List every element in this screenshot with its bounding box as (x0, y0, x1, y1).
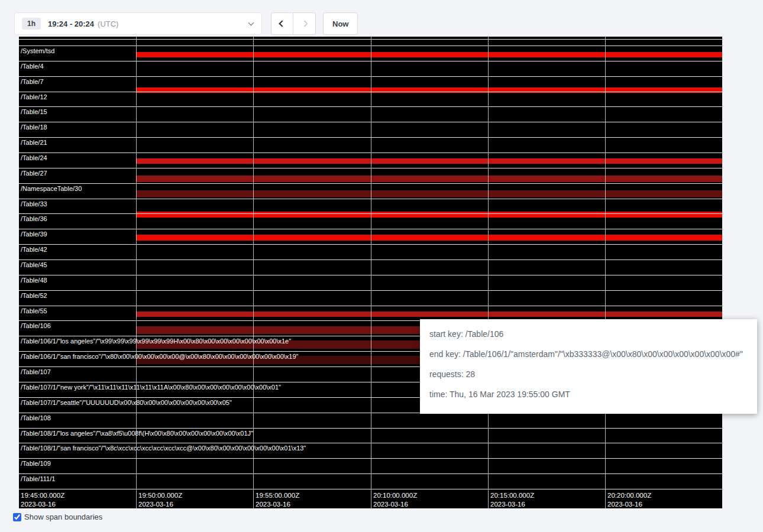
chevron-right-icon (301, 20, 308, 27)
axis-date: 2023-03-16 (373, 500, 417, 508)
span-label: /Table/52 (21, 292, 47, 299)
span-boundary-line (19, 275, 722, 275)
span-boundary-line (19, 106, 722, 107)
span-boundary-line (19, 306, 722, 306)
time-gridline (136, 37, 137, 508)
span-boundary-line (19, 46, 722, 46)
time-axis-label: 20:10:00.000Z2023-03-16 (373, 491, 417, 508)
now-button[interactable]: Now (323, 12, 358, 35)
tooltip-time: time: Thu, 16 Mar 2023 19:55:00 GMT (429, 388, 748, 401)
time-window-badge: 1h (22, 18, 41, 30)
time-axis-label: 19:50:00.000Z2023-03-16 (138, 491, 182, 508)
span-boundary-line (19, 443, 722, 443)
axis-time: 20:10:00.000Z (373, 491, 417, 500)
span-label: /Table/108 (21, 414, 51, 421)
axis-date: 2023-03-16 (138, 500, 182, 508)
span-boundary-line (19, 213, 722, 214)
time-axis-label: 20:15:00.000Z2023-03-16 (490, 491, 534, 508)
heat-band[interactable] (136, 52, 722, 57)
span-boundary-line (19, 153, 722, 153)
span-label: /Table/107 (21, 368, 51, 375)
tooltip-end-key: end key: /Table/106/1/"amsterdam"/"\xb33… (429, 348, 748, 361)
span-boundary-line (19, 489, 722, 489)
span-label: /Table/108/1/"los angeles"/"\xa8\xf5\u00… (21, 430, 253, 437)
footer: Show span boundaries (13, 512, 102, 521)
time-axis-label: 19:45:00.000Z2023-03-16 (21, 491, 64, 508)
toolbar: 1h 19:24 - 20:24 (UTC) Now (14, 12, 358, 35)
span-boundary-line (19, 137, 722, 138)
span-label: /NamespaceTable/30 (21, 185, 82, 192)
time-axis-label: 19:55:00.000Z2023-03-16 (256, 491, 299, 508)
span-label: /Table/48 (21, 277, 47, 284)
span-label: /Table/18 (21, 124, 47, 131)
heat-band[interactable] (136, 235, 722, 241)
span-label: /Table/111/1 (21, 475, 55, 482)
axis-time: 19:45:00.000Z (21, 491, 64, 500)
span-boundary-line (19, 61, 722, 61)
time-range-selector[interactable]: 1h 19:24 - 20:24 (UTC) (14, 12, 262, 35)
axis-time: 19:50:00.000Z (138, 491, 182, 500)
axis-date: 2023-03-16 (21, 500, 64, 508)
chevron-down-icon (248, 20, 254, 26)
span-boundary-line (19, 290, 722, 291)
time-gridline (253, 37, 254, 508)
span-boundary-line (19, 39, 722, 40)
span-label: /Table/21 (21, 139, 47, 146)
axis-time: 19:55:00.000Z (256, 491, 299, 500)
span-label: /Table/55 (21, 307, 47, 314)
span-label: /Table/106 (21, 322, 51, 329)
span-label: /Table/106/1/"los angeles"/"\x99\x99\x99… (21, 338, 291, 345)
span-label: /Table/27 (21, 170, 47, 177)
span-boundary-line (19, 229, 722, 229)
axis-date: 2023-03-16 (607, 500, 651, 508)
span-boundary-line (19, 458, 722, 459)
span-boundary-line (19, 183, 722, 184)
heatmap-canvas[interactable]: /System/tsd/Table/4/Table/7/Table/12/Tab… (19, 37, 722, 508)
chevron-left-icon (279, 20, 285, 27)
heat-band[interactable] (136, 212, 722, 218)
span-label: /Table/45 (21, 261, 47, 268)
heat-band[interactable] (136, 176, 722, 182)
prev-time-button[interactable] (271, 12, 293, 35)
span-boundary-line (19, 92, 722, 92)
time-range-text: 19:24 - 20:24 (48, 20, 94, 28)
span-label: /Table/4 (21, 63, 44, 70)
span-label: /Table/24 (21, 154, 47, 161)
next-time-button[interactable] (293, 12, 316, 35)
tooltip-start-key: start key: /Table/106 (429, 327, 748, 340)
time-gridline (371, 37, 371, 508)
span-boundary-line (19, 122, 722, 122)
tooltip-requests: requests: 28 (429, 368, 748, 381)
span-label: /Table/39 (21, 231, 47, 238)
span-label: /Table/109 (21, 460, 51, 467)
heat-band[interactable] (136, 312, 722, 317)
axis-time: 20:15:00.000Z (490, 491, 534, 500)
span-label: /Table/107/1/"new york"/"\x11\x11\x11\x1… (21, 384, 281, 391)
span-label: /Table/107/1/"seattle"/"UUUUUUD\x00\x80\… (21, 399, 232, 406)
span-label: /Table/42 (21, 246, 47, 253)
time-gridline (605, 37, 606, 508)
time-range-timezone: (UTC) (98, 20, 118, 28)
key-visualizer-page: 1h 19:24 - 20:24 (UTC) Now /System/tsd/T… (0, 0, 763, 532)
axis-date: 2023-03-16 (256, 500, 299, 508)
heat-band[interactable] (136, 158, 722, 164)
span-tooltip: start key: /Table/106 end key: /Table/10… (420, 319, 757, 414)
time-nav-group (271, 12, 316, 35)
span-boundary-line (19, 199, 722, 199)
show-span-boundaries-label: Show span boundaries (24, 512, 102, 521)
heat-band[interactable] (136, 190, 722, 197)
span-label: /Table/106/1/"san francisco"/"\x80\x00\x… (21, 353, 299, 360)
show-span-boundaries-checkbox[interactable] (13, 513, 21, 521)
span-boundary-line (19, 473, 722, 474)
axis-time: 20:20:00.000Z (607, 491, 651, 500)
span-boundary-line (19, 76, 722, 77)
span-label: /System/tsd (21, 47, 54, 54)
axis-date: 2023-03-16 (490, 500, 534, 508)
span-label: /Table/33 (21, 200, 47, 207)
span-boundary-line (19, 428, 722, 429)
time-axis-label: 20:20:00.000Z2023-03-16 (607, 491, 651, 508)
span-label: /Table/7 (21, 78, 44, 85)
span-label: /Table/36 (21, 215, 47, 222)
span-boundary-line (19, 244, 722, 245)
time-gridline (488, 37, 489, 508)
